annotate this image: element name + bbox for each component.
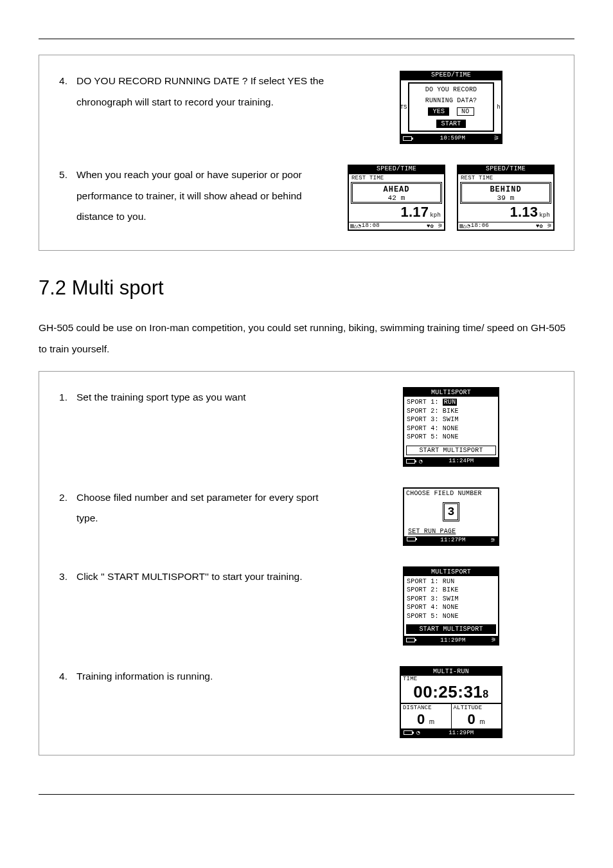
ms-step-4-number: 4. [56,666,67,687]
step-4: 4. DO YOU RECORD RUNNING DATE ? If selec… [56,71,330,113]
behind-distance: 39 m [462,194,549,202]
status-icons-right: ♥✿ ⚞ [427,222,443,230]
yes-button[interactable]: YES [428,107,449,116]
side-label-h: h [496,80,501,134]
battery-icon [403,136,412,141]
screen-title: SPEED/TIME [457,165,555,173]
device-screen-ahead: SPEED/TIME REST TIME AHEAD 42 m 1.17kph … [348,165,445,231]
battery-icon [407,537,416,541]
elapsed: 18:08 [362,222,380,230]
ahead-label: AHEAD [353,185,440,194]
battery-icon [406,638,415,642]
ms-step-1-row: 1. Set the training sport type as you wa… [56,387,557,467]
device-screen-record-prompt: SPEED/TIME TS DO YOU RECORD RUNNING DATA… [400,71,502,144]
step-5-text: When you reach your goal or have superio… [76,165,330,228]
page-bottom-rule [39,794,574,795]
box-speedtime-steps: 4. DO YOU RECORD RUNNING DATE ? If selec… [39,55,574,251]
distance-label: DISTANCE [403,705,449,711]
behind-label: BEHIND [462,185,549,194]
time-label: TIME [401,676,501,682]
device-screen-multi-run: MULTI-RUN TIME 00:25:318 DISTANCE 0 m AL… [400,666,502,738]
list-item[interactable]: SPORT 4: NONE [407,603,495,612]
ms-step-3-number: 3. [56,566,67,588]
rest-time-label: REST TIME [458,174,553,182]
list-item[interactable]: SPORT 1: RUN [407,577,495,586]
elapsed: 18:06 [471,222,489,230]
ahead-distance: 42 m [353,194,440,202]
list-item[interactable]: SPORT 2: BIKE [407,586,495,595]
prompt-line2: RUNNING DATA? [412,97,490,105]
ms-step-4-text: Training information is running. [76,666,330,687]
battery-icon [404,730,413,735]
behind-speed-value: 1.13 [510,204,538,221]
ms-step-2-number: 2. [56,487,67,529]
ms-step-1-text: Set the training sport type as you want [76,387,330,408]
ms-step-1: 1. Set the training sport type as you wa… [56,387,330,408]
ms-step-3: 3. Click '' START MULTISPORT'' to start … [56,566,330,588]
list-item[interactable]: SPORT 5: NONE [407,612,495,621]
status-icons-right: ♥✿ ⚞ [536,222,552,230]
ahead-speed-unit: kph [430,212,441,219]
step-5-row: 5. When you reach your goal or have supe… [56,165,557,231]
device-screen-multisport-setup: MULTISPORT SPORT 1: RUN SPORT 2: BIKE SP… [403,387,499,467]
list-item[interactable]: SPORT 4: NONE [407,424,495,433]
ahead-speed-value: 1.17 [401,204,429,221]
status-icons-left: ▥△◔18:06 [459,222,489,230]
box-multisport-steps: 1. Set the training sport type as you wa… [39,371,574,755]
ms-step-4: 4. Training information is running. [56,666,330,687]
selected-sport: RUN [443,399,458,406]
field-number-value[interactable]: 3 [443,502,459,521]
list-item[interactable]: SPORT 3: SWIM [407,415,495,424]
choose-field-header: CHOOSE FIELD NUMBER [404,489,498,498]
page-top-rule [39,39,574,39]
set-run-page-link[interactable]: SET RUN PAGE [404,528,498,536]
altitude-value: 0 m [454,711,500,728]
section-intro: GH-505 could be use on Iron-man competit… [39,318,574,359]
step-4-number: 4. [56,71,67,113]
device-screen-behind: SPEED/TIME REST TIME BEHIND 39 m 1.13kph… [457,165,555,231]
ms-step-2: 2. Choose filed number and set parameter… [56,487,330,529]
ms-step-2-row: 2. Choose filed number and set parameter… [56,487,557,546]
status-icons-left: ▥△◔18:08 [350,222,380,230]
device-screen-multisport-start: MULTISPORT SPORT 1: RUN SPORT 2: BIKE SP… [403,566,499,646]
alarm-icon: ◔ [419,458,423,465]
prompt-line1: DO YOU RECORD [412,86,490,95]
step-5-number: 5. [56,165,67,228]
ms-step-3-text: Click '' START MULTISPORT'' to start you… [76,566,330,588]
ms-step-3-row: 3. Click '' START MULTISPORT'' to start … [56,566,557,646]
clock: 11:24PM [427,458,496,464]
clock: 11:29PM [419,637,487,644]
screen-title: MULTISPORT [404,568,498,576]
list-item[interactable]: SPORT 1: RUN [407,398,495,407]
list-item[interactable]: SPORT 2: BIKE [407,407,495,416]
screen-title: MULTISPORT [404,388,498,397]
rest-time-label: REST TIME [349,174,444,182]
signal-icon: ⚞ [491,637,496,644]
distance-value: 0 m [403,711,449,728]
signal-icon: ⚞ [493,134,499,142]
ms-step-1-number: 1. [56,387,67,408]
ms-step-4-row: 4. Training information is running. MULT… [56,666,557,738]
step-4-row: 4. DO YOU RECORD RUNNING DATE ? If selec… [56,71,557,144]
clock: 10:59PM [440,135,465,141]
step-5: 5. When you reach your goal or have supe… [56,165,330,228]
section-title: 7.2 Multi sport [39,276,574,300]
ms-step-2-text: Choose filed number and set parameter fo… [76,487,330,529]
start-multisport-button[interactable]: START MULTISPORT [406,624,496,634]
clock: 11:29PM [424,730,499,736]
altitude-label: ALTITUDE [454,705,500,711]
elapsed-time: 00:25:318 [401,682,501,704]
list-item[interactable]: SPORT 5: NONE [407,433,495,442]
device-screen-choose-field: CHOOSE FIELD NUMBER 3 SET RUN PAGE 11:27… [403,487,499,546]
signal-icon: ⚞ [490,537,495,544]
clock: 11:27PM [440,537,465,544]
behind-speed-unit: kph [539,212,550,219]
start-multisport-button[interactable]: START MULTISPORT [406,446,496,455]
no-button[interactable]: NO [457,107,474,116]
screen-title: MULTI-RUN [401,667,501,676]
screen-title: SPEED/TIME [348,165,445,173]
alarm-icon: ◔ [416,729,420,736]
list-item[interactable]: SPORT 3: SWIM [407,595,495,604]
step-4-text: DO YOU RECORD RUNNING DATE ? If select Y… [76,71,330,113]
start-button[interactable]: START [436,120,465,128]
